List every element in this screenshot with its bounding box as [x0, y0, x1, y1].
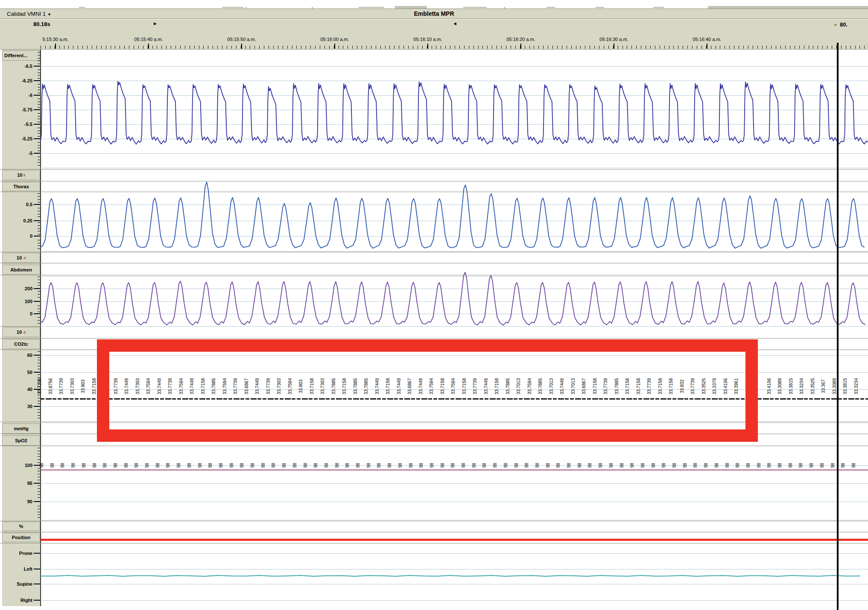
abdomen-gridline: [41, 276, 868, 277]
position-tick-label: Left: [10, 566, 32, 572]
different-tick-label: -6.25: [10, 78, 32, 84]
abdomen-tick-label: 200: [10, 286, 32, 292]
different-gridline: [41, 95, 868, 96]
abdomen-tick-label: 0: [10, 311, 32, 317]
thorax-gridline: [41, 204, 868, 205]
co2tc-unit-base: mmHg: [14, 426, 28, 431]
thorax-unit-base: 10: [17, 255, 22, 260]
different-tick-label: -5.25: [10, 136, 32, 142]
spo2-gridline: [41, 502, 868, 502]
position-channel-label[interactable]: Position: [2, 533, 40, 542]
different-gridline: [41, 81, 868, 81]
different-gridline: [41, 139, 868, 139]
different-tick-label: -6: [10, 92, 32, 98]
position-tick-label: Right: [10, 597, 32, 603]
position-tick-label: Prone: [10, 550, 32, 556]
co2tc-tick-label: 60: [10, 352, 32, 358]
position-event-line: [41, 539, 868, 541]
abdomen-tick-label: 100: [10, 298, 32, 304]
thorax-tick-label: 0.25: [10, 218, 32, 224]
different-unit-exponent: 3: [23, 173, 25, 177]
different-gridline: [41, 153, 868, 154]
different-unit-label: 103: [2, 170, 40, 180]
co2tc-channel-label[interactable]: CO2tc: [2, 339, 40, 349]
abdomen-unit-label: 10-6: [2, 327, 40, 337]
co2tc-tick-label: 30: [10, 403, 32, 409]
spo2-trace: [41, 470, 868, 470]
abdomen-unit-base: 10: [17, 330, 22, 335]
spo2-tick-label: 95: [10, 480, 32, 486]
position-gridline: [41, 584, 868, 584]
position-gridline: [41, 600, 868, 601]
co2tc-unit-label: mmHg: [2, 423, 40, 434]
different-tick-label: -5: [10, 150, 32, 156]
abdomen-gridline: [41, 289, 868, 289]
thorax-gridline: [41, 236, 868, 236]
position-gridline: [41, 569, 868, 569]
different-gridline: [41, 168, 868, 168]
different-tick-label: -5.75: [10, 107, 32, 113]
co2tc-tick-label: 40: [10, 386, 32, 392]
different-tick-label: -5.5: [10, 121, 32, 127]
abdomen-gridline: [41, 314, 868, 314]
spo2-tick-label: 100: [10, 462, 32, 468]
different-gridline: [41, 110, 868, 110]
thorax-tick-label: 0: [10, 233, 32, 239]
thorax-unit-label: 10-3: [2, 253, 40, 263]
thorax-channel-label[interactable]: Thorax: [2, 182, 40, 191]
time-cursor-line[interactable]: [837, 43, 839, 610]
signal-plot-area: Different...103Thorax10-3Abdomen10-6CO2t…: [0, 0, 868, 610]
different-tick-label: -6.5: [10, 63, 32, 69]
amplitude-axis-line: [40, 49, 41, 606]
abdomen-gridline: [41, 326, 868, 327]
spo2-channel-label[interactable]: SpO2: [2, 435, 40, 446]
thorax-unit-exponent: -3: [23, 256, 26, 260]
spo2-tick-label: 90: [10, 499, 32, 505]
co2tc-tick-label: 50: [10, 369, 32, 375]
thorax-gridline: [41, 221, 868, 221]
different-gridline: [41, 66, 868, 67]
abdomen-channel-label[interactable]: Abdomen: [2, 265, 40, 274]
embletta-viewer-window: Calidad VMNI 1▼ Embletta MPR 80.18s ► ◄ …: [0, 0, 868, 610]
position-tick-label: Supine: [10, 581, 32, 587]
different-channel-label[interactable]: Different...: [2, 50, 40, 61]
highlight-rectangle: [97, 339, 758, 442]
spo2-gridline: [41, 483, 868, 484]
different-unit-base: 10: [17, 172, 22, 178]
thorax-tick-label: 0.5: [10, 201, 32, 207]
different-gridline: [41, 124, 868, 125]
spo2-unit-label: %: [2, 522, 40, 531]
thorax-gridline: [41, 251, 868, 252]
abdomen-gridline: [41, 301, 868, 302]
spo2-gridline: [41, 520, 868, 520]
spo2-unit-base: %: [19, 524, 23, 529]
abdomen-unit-exponent: -6: [23, 330, 26, 334]
position-gridline: [41, 553, 868, 554]
